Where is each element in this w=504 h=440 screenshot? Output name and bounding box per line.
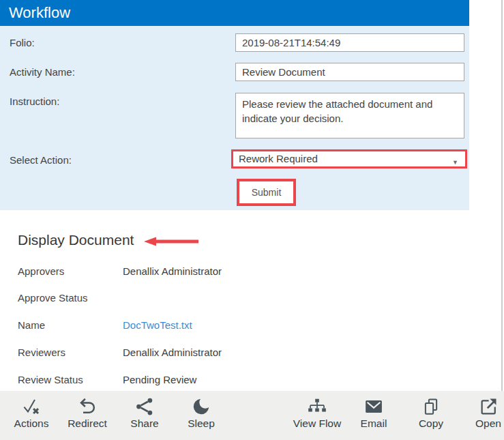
toolbar-item-copy[interactable]: Copy (402, 391, 460, 440)
submit-button[interactable]: Submit (239, 181, 293, 203)
review-status-label: Review Status (18, 374, 83, 385)
instruction-label: Instruction: (10, 96, 59, 107)
workflow-form: Folio: Activity Name: Instruction: Pleas… (0, 26, 469, 210)
right-border-line (501, 0, 503, 391)
dropdown-arrow-icon: ▼ (452, 155, 458, 170)
redirect-icon (77, 396, 98, 417)
toolbar-item-label: Share (130, 417, 158, 430)
select-action-dropdown[interactable]: Rework Required ▼ (233, 151, 465, 166)
folio-input[interactable] (235, 33, 464, 52)
view-flow-icon (307, 396, 327, 417)
document-file-link[interactable]: DocTwoTest.txt (123, 319, 192, 331)
page-title: Workflow (9, 4, 70, 22)
select-action-value: Rework Required (239, 153, 318, 164)
instruction-textarea[interactable]: Please review the attached document and … (235, 93, 464, 138)
toolbar-item-label: Open (475, 417, 501, 430)
display-document-heading: Display Document (18, 232, 134, 248)
annotation-box-select-action: Rework Required ▼ (231, 149, 467, 168)
annotation-arrow-icon (144, 236, 200, 247)
toolbar-item-redirect[interactable]: Redirect (59, 391, 116, 440)
annotation-box-submit: Submit (237, 179, 296, 206)
toolbar-item-label: Email (361, 417, 387, 430)
approvers-value: Denallix Administrator (123, 265, 222, 277)
name-label: Name (18, 319, 45, 331)
copy-icon (421, 396, 441, 417)
activity-name-input[interactable] (235, 63, 464, 81)
toolbar-item-open[interactable]: Open (460, 391, 504, 440)
toolbar-item-view-flow[interactable]: View Flow (288, 391, 346, 440)
toolbar-item-label: Sleep (188, 417, 215, 430)
toolbar-item-label: Redirect (68, 417, 107, 430)
toolbar-item-label: Copy (419, 417, 443, 430)
toolbar-item-label: Actions (14, 417, 49, 430)
reviewers-value: Denallix Administrator (123, 347, 222, 358)
toolbar-item-email[interactable]: Email (345, 391, 402, 440)
review-status-value: Pending Review (123, 374, 196, 385)
activity-name-label: Activity Name: (10, 66, 75, 78)
bottom-toolbar: Actions Redirect Share Sleep (0, 391, 504, 440)
share-icon (134, 396, 155, 417)
reviewers-label: Reviewers (18, 347, 65, 358)
header-bar: Workflow (0, 0, 469, 26)
folio-label: Folio: (10, 37, 35, 48)
toolbar-item-share[interactable]: Share (116, 391, 173, 440)
sleep-icon (191, 396, 211, 417)
toolbar-item-actions[interactable]: Actions (3, 391, 60, 440)
open-icon (478, 396, 499, 417)
toolbar-item-label: View Flow (293, 417, 341, 430)
email-icon (364, 396, 384, 417)
toolbar-item-sleep[interactable]: Sleep (173, 391, 230, 440)
select-action-label: Select Action: (10, 154, 72, 166)
approvers-label: Approvers (18, 265, 64, 277)
actions-icon (21, 396, 42, 417)
approve-status-label: Approve Status (18, 292, 88, 304)
workflow-window: Workflow Folio: Activity Name: Instructi… (0, 0, 504, 440)
